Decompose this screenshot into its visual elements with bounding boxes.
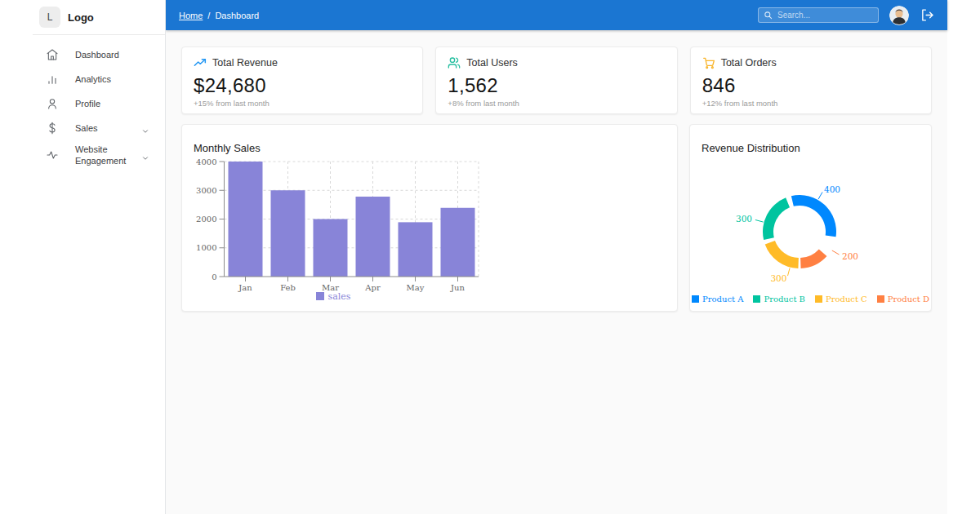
bar-chart-svg: 01000200030004000JanFebMarAprMayJun — [182, 125, 679, 312]
sidebar-item-label: Sales — [75, 122, 141, 134]
svg-text:4000: 4000 — [196, 157, 216, 166]
stat-title: Total Revenue — [212, 57, 278, 69]
svg-text:400: 400 — [824, 184, 840, 194]
sidebar-item-label: Profile — [75, 98, 144, 109]
legend-label: Product B — [764, 295, 805, 304]
sidebar-item-dashboard[interactable]: Dashboard — [0, 42, 165, 67]
logo-mark: L — [39, 7, 60, 28]
legend-swatch — [753, 295, 760, 303]
avatar[interactable] — [889, 6, 909, 25]
legend-label: Product A — [702, 295, 743, 304]
logout-button[interactable] — [920, 8, 934, 23]
legend-label: Product C — [826, 295, 867, 304]
sidebar-item-profile[interactable]: Profile — [0, 91, 165, 116]
sidebar-item-label: Website Engagement — [75, 144, 141, 166]
shopping-cart-icon — [702, 56, 715, 69]
stat-change: +12% from last month — [702, 99, 920, 108]
dollar-icon — [46, 122, 59, 135]
stat-value: $24,680 — [194, 74, 411, 97]
logout-icon — [920, 8, 934, 22]
legend-label: sales — [328, 291, 351, 302]
stat-card-total-orders: Total Orders 846 +12% from last month — [690, 47, 932, 114]
sidebar-item-website-engagement[interactable]: Website Engagement — [0, 140, 165, 170]
stat-value: 846 — [702, 74, 920, 97]
donut-chart-legend: Product AProduct BProduct CProduct D — [690, 295, 931, 304]
svg-text:2000: 2000 — [196, 215, 216, 224]
revenue-distribution-card: Revenue Distribution 400300300200 Produc… — [689, 124, 932, 312]
stat-card-total-revenue: Total Revenue $24,680 +15% from last mon… — [181, 47, 423, 114]
sidebar-nav: Dashboard Analytics Profile Sales — [0, 34, 165, 170]
home-icon — [46, 48, 59, 61]
trending-up-icon — [194, 56, 207, 69]
logo-text: Logo — [68, 11, 94, 24]
svg-text:300: 300 — [770, 273, 786, 283]
stat-card-total-users: Total Users 1,562 +8% from last month — [435, 47, 677, 114]
logo: L Logo — [0, 0, 165, 34]
legend-swatch — [815, 295, 822, 303]
svg-text:300: 300 — [736, 214, 752, 224]
stat-change: +15% from last month — [194, 99, 411, 108]
stat-value: 1,562 — [448, 74, 665, 97]
sidebar-item-label: Dashboard — [75, 49, 144, 60]
legend-item: Product B — [753, 295, 805, 304]
legend-item: Product A — [692, 295, 743, 304]
legend-swatch — [316, 292, 324, 300]
breadcrumb-home-link[interactable]: Home — [179, 11, 203, 20]
svg-text:1000: 1000 — [196, 243, 216, 252]
breadcrumb-current: Dashboard — [215, 11, 259, 20]
stat-title: Total Orders — [721, 57, 777, 69]
sidebar: L Logo Dashboard Analytics Pro — [0, 0, 166, 514]
breadcrumb: Home / Dashboard — [179, 11, 259, 20]
charts-row: Monthly Sales 01000200030004000JanFebMar… — [181, 124, 932, 312]
header-actions — [758, 6, 934, 25]
svg-text:200: 200 — [842, 251, 858, 261]
top-header: Home / Dashboard — [166, 0, 947, 30]
donut-chart-svg: 400300300200 — [690, 125, 933, 312]
user-icon — [46, 97, 59, 110]
bar-chart-legend: sales — [182, 290, 484, 303]
users-icon — [448, 56, 461, 69]
legend-label: Product D — [888, 295, 929, 304]
chevron-down-icon — [141, 124, 149, 132]
breadcrumb-separator: / — [207, 11, 210, 20]
dashboard-page: L Logo Dashboard Analytics Pro — [0, 0, 980, 514]
stat-title: Total Users — [466, 57, 518, 69]
bar-chart-icon — [46, 73, 59, 86]
legend-item: Product D — [877, 295, 929, 304]
legend-swatch — [877, 295, 884, 303]
search-icon — [764, 11, 773, 20]
sidebar-item-analytics[interactable]: Analytics — [0, 67, 165, 91]
search-box — [758, 7, 879, 23]
stats-row: Total Revenue $24,680 +15% from last mon… — [181, 47, 932, 114]
monthly-sales-card: Monthly Sales 01000200030004000JanFebMar… — [181, 124, 678, 312]
search-input[interactable] — [777, 11, 873, 20]
main-content: Total Revenue $24,680 +15% from last mon… — [166, 30, 947, 514]
sidebar-divider — [33, 34, 165, 35]
chevron-down-icon — [141, 151, 149, 159]
activity-icon — [46, 148, 59, 162]
legend-item: Product C — [815, 295, 867, 304]
svg-text:0: 0 — [212, 273, 216, 281]
legend-swatch — [692, 295, 699, 303]
sidebar-item-label: Analytics — [75, 73, 144, 85]
svg-text:3000: 3000 — [196, 186, 216, 195]
stat-change: +8% from last month — [448, 99, 665, 108]
sidebar-item-sales[interactable]: Sales — [0, 116, 165, 140]
